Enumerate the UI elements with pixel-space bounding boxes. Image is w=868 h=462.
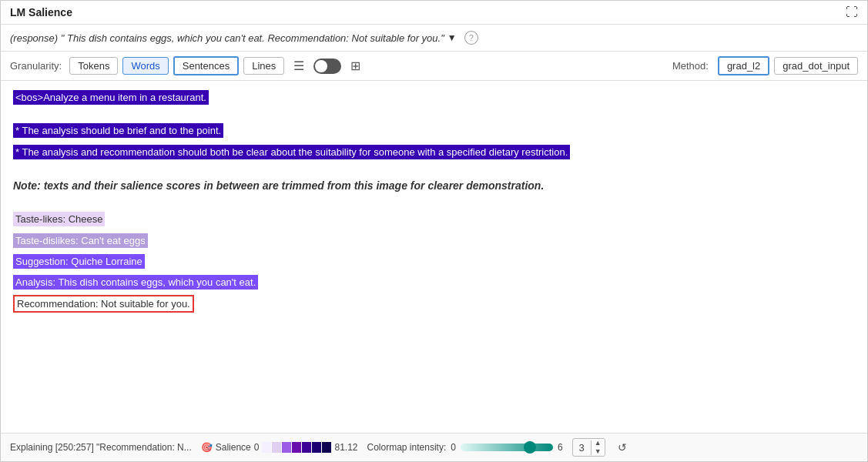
window-title: LM Salience — [10, 6, 72, 18]
main-content: <bos>Analyze a menu item in a restaurant… — [1, 81, 867, 433]
salience-container: 🎯 Salience 0 81.12 — [201, 442, 358, 453]
response-text: " This dish contains eggs, which you can… — [61, 32, 444, 44]
line-taste-dislikes: Taste-dislikes: Can't eat eggs — [13, 232, 855, 249]
line-taste-likes: Taste-likes: Cheese — [13, 210, 855, 228]
dropdown-arrow-icon: ▼ — [447, 32, 457, 43]
list-view-icon[interactable]: ☰ — [289, 56, 309, 75]
method-grad-l2[interactable]: grad_l2 — [718, 56, 769, 75]
colormap-track[interactable] — [461, 444, 553, 451]
stepper-buttons: ▲ ▼ — [592, 439, 605, 456]
salience-max: 81.12 — [334, 442, 357, 453]
line-analysis-brief: * The analysis should be brief and to th… — [13, 122, 855, 139]
response-label: (response) — [10, 32, 58, 44]
colormap-label: Colormap intensity: — [367, 442, 447, 453]
token-analysis-recommendation: * The analysis and recommendation should… — [13, 145, 570, 159]
grid-view-icon[interactable]: ⊞ — [346, 56, 365, 75]
explaining-label: Explaining [250:257] "Recommendation: N.… — [10, 442, 192, 453]
toggle-container — [313, 59, 341, 74]
stepper-container: 3 ▲ ▼ — [572, 438, 605, 457]
token-bos-analyze: <bos>Analyze a menu item in a restaurant… — [13, 90, 209, 105]
swatch-3 — [282, 442, 291, 453]
tab-sentences[interactable]: Sentences — [173, 56, 239, 75]
stepper-down[interactable]: ▼ — [592, 447, 605, 456]
token-taste-likes: Taste-likes: Cheese — [13, 212, 105, 226]
blank-line-1 — [13, 109, 855, 122]
swatch-2 — [272, 442, 281, 453]
line-recommendation: Recommendation: Not suitable for you. — [13, 295, 855, 313]
status-bar: Explaining [250:257] "Recommendation: N.… — [1, 433, 867, 461]
granularity-label: Granularity: — [10, 60, 62, 72]
refresh-icon[interactable]: ↺ — [618, 441, 627, 454]
title-bar: LM Salience ⛶ — [1, 1, 867, 25]
tab-tokens[interactable]: Tokens — [69, 57, 118, 75]
token-analysis-brief: * The analysis should be brief and to th… — [13, 123, 223, 138]
swatch-1 — [262, 442, 271, 453]
line-analysis-recommendation: * The analysis and recommendation should… — [13, 143, 855, 161]
line-analysis: Analysis: This dish contains eggs, which… — [13, 273, 855, 291]
swatch-6 — [312, 442, 321, 453]
tab-words[interactable]: Words — [122, 57, 168, 75]
token-suggestion: Suggestion: Quiche Lorraine — [13, 254, 145, 269]
token-recommendation: Recommendation: Not suitable for you. — [13, 295, 194, 313]
swatch-4 — [292, 442, 301, 453]
line-bos: <bos>Analyze a menu item in a restaurant… — [13, 89, 855, 106]
swatch-7 — [322, 442, 331, 453]
colormap-min: 0 — [451, 442, 456, 453]
salience-swatches — [262, 442, 331, 453]
stepper-value: 3 — [573, 440, 592, 455]
stepper-up[interactable]: ▲ — [592, 439, 605, 447]
tab-lines[interactable]: Lines — [243, 57, 284, 75]
salience-min: 0 — [254, 442, 260, 453]
expand-icon[interactable]: ⛶ — [846, 5, 858, 19]
colormap-container: Colormap intensity: 0 6 — [367, 442, 563, 453]
toggle-knob — [315, 60, 327, 72]
method-label: Method: — [672, 60, 709, 72]
token-taste-dislikes: Taste-dislikes: Can't eat eggs — [13, 233, 148, 248]
toggle-switch[interactable] — [313, 59, 341, 74]
trim-note: Note: texts and their salience scores in… — [13, 173, 855, 198]
salience-label: Salience — [216, 442, 251, 453]
response-bar: (response) " This dish contains eggs, wh… — [1, 25, 867, 52]
token-analysis: Analysis: This dish contains eggs, which… — [13, 275, 258, 290]
help-icon[interactable]: ? — [464, 31, 478, 45]
method-grad-dot-input[interactable]: grad_dot_input — [774, 57, 858, 75]
salience-icon: 🎯 — [201, 442, 213, 453]
colormap-max: 6 — [558, 442, 563, 453]
response-dropdown[interactable]: (response) " This dish contains eggs, wh… — [10, 32, 457, 44]
line-suggestion: Suggestion: Quiche Lorraine — [13, 253, 855, 270]
controls-bar: Granularity: Tokens Words Sentences Line… — [1, 52, 867, 81]
colormap-thumb[interactable] — [524, 441, 536, 454]
swatch-5 — [302, 442, 311, 453]
main-window: LM Salience ⛶ (response) " This dish con… — [0, 0, 868, 462]
